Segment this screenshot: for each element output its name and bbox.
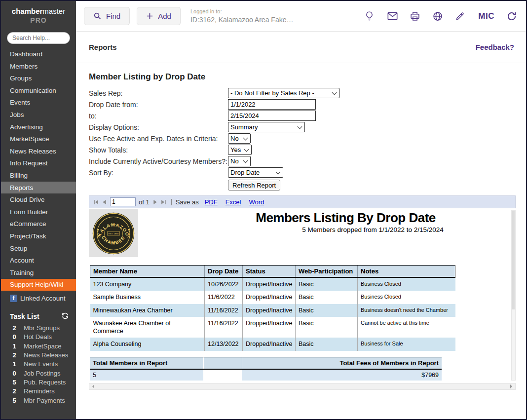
envelope-icon[interactable] — [387, 11, 398, 21]
task-item-mbr-signups[interactable]: 2Mbr Signups — [10, 324, 69, 333]
lightbulb-icon[interactable] — [365, 11, 375, 21]
totals-gap — [203, 369, 242, 381]
members-table-header-row: Member Name Drop Date Status Web-Partici… — [90, 266, 455, 278]
table-row: 123 Company 10/26/2022 Dropped/Inactive … — [90, 277, 455, 291]
sidebar-item-reports[interactable]: Reports — [1, 182, 76, 194]
sidebar-item-events[interactable]: Events — [1, 97, 76, 109]
feedback-link[interactable]: Feedback? — [476, 43, 514, 51]
task-list: Task List 2Mbr Signups 0Hot Deals 1Marke… — [1, 308, 76, 406]
show-totals-select[interactable]: Yes — [228, 145, 252, 155]
last-page-button[interactable] — [159, 198, 167, 206]
sidebar-item-jobs[interactable]: Jobs — [1, 109, 76, 121]
save-excel-link[interactable]: Excel — [226, 198, 241, 206]
sidebar-item-dashboard[interactable]: Dashboard — [1, 48, 76, 60]
first-page-button[interactable] — [92, 198, 100, 206]
globe-icon[interactable] — [433, 11, 443, 21]
sidebar-item-marketspace[interactable]: MarketSpace — [1, 133, 76, 145]
sidebar-item-form-builder[interactable]: Form Builder — [1, 206, 76, 218]
cell-drop-date: 10/26/2022 — [205, 277, 243, 291]
sidebar-item-support-help-wiki[interactable]: Support Help/Wiki — [1, 279, 76, 291]
include-active-select-control[interactable]: No — [228, 156, 251, 166]
fee-dates-select[interactable]: No — [228, 133, 251, 144]
display-options-select[interactable]: Summary — [228, 122, 305, 132]
refresh-icon[interactable] — [507, 11, 517, 21]
task-item-news-releases[interactable]: 2News Releases — [10, 351, 69, 360]
include-active-select[interactable]: No — [228, 156, 251, 166]
task-item-new-events[interactable]: 1New Events — [10, 360, 69, 369]
totals-value-row: 5 $7969 — [90, 369, 442, 381]
printer-icon[interactable] — [410, 11, 420, 21]
prev-page-button[interactable] — [100, 198, 108, 206]
drop-date-from-input[interactable] — [228, 99, 316, 110]
cell-status: Dropped/Inactive — [243, 277, 296, 291]
sidebar-item-billing[interactable]: Billing — [1, 169, 76, 182]
sidebar-item-news-releases[interactable]: News Releases — [1, 145, 76, 157]
drop-date-to-input[interactable] — [228, 111, 316, 121]
sort-by-select-control[interactable]: Drop Date — [228, 167, 283, 178]
next-page-button[interactable] — [151, 198, 159, 206]
sort-by-select[interactable]: Drop Date — [228, 167, 283, 178]
find-button[interactable]: Find — [84, 7, 130, 25]
scroll-left-arrow-icon[interactable] — [90, 384, 94, 388]
task-item-mbr-payments[interactable]: 5Mbr Payments — [10, 397, 69, 406]
task-list-refresh-icon[interactable] — [61, 312, 69, 321]
sidebar-item-linked-account[interactable]: f Linked Account — [1, 291, 76, 305]
cell-drop-date: 12/13/2022 — [205, 338, 243, 350]
refresh-report-button[interactable]: Refresh Report — [228, 180, 280, 191]
sidebar-item-training[interactable]: Training — [1, 267, 76, 279]
task-item-marketspace[interactable]: 1MarketSpace — [10, 343, 69, 351]
col-member-name: Member Name — [90, 266, 205, 278]
save-word-link[interactable]: Word — [249, 198, 264, 206]
sidebar-item-members[interactable]: Members — [1, 60, 76, 73]
search-help-input[interactable] — [7, 32, 70, 44]
task-item-reminders[interactable]: 2Reminders — [10, 387, 69, 396]
pencil-icon[interactable] — [455, 11, 466, 21]
sidebar-item-advertising[interactable]: Advertising — [1, 121, 76, 133]
total-members-label: Total Members in Report — [90, 357, 203, 369]
filter-label-show-totals: Show Totals: — [89, 146, 228, 154]
task-item-hot-deals[interactable]: 0Hot Deals — [10, 333, 69, 342]
sidebar-item-groups[interactable]: Groups — [1, 72, 76, 84]
sidebar-item-setup[interactable]: Setup — [1, 242, 76, 255]
cell-drop-date: 11/6/2022 — [205, 291, 243, 304]
col-notes: Notes — [358, 266, 455, 278]
sidebar-item-project-task[interactable]: Project/Task — [1, 230, 76, 242]
brand-name-bold: chamber — [12, 7, 43, 15]
report-title: Member Listing by Drop Date — [89, 72, 516, 82]
app-window: chambermaster PRO Dashboard Members Grou… — [0, 0, 527, 420]
task-label: New Events — [24, 360, 58, 368]
sidebar-item-cloud-drive[interactable]: Cloud Drive — [1, 193, 76, 206]
sales-rep-select[interactable]: - Do Not Filter by Sales Rep - — [228, 88, 339, 98]
filter-label-drop-date-to: to: — [89, 112, 228, 120]
report-vertical-scrollbar[interactable] — [511, 210, 516, 381]
task-item-pub-requests[interactable]: 5Pub. Requests — [10, 379, 69, 387]
mic-menu[interactable]: MIC — [478, 11, 494, 21]
report-viewer: KALAMAZOO CHAMBER EST. 1890 Members List… — [89, 209, 516, 381]
logged-in-info: Logged in to: ID:3162, Kalamazoo Area Fa… — [190, 8, 294, 24]
filter-label-sort-by: Sort By: — [89, 169, 228, 177]
sidebar-item-info-request[interactable]: Info Request — [1, 157, 76, 170]
report-horizontal-scrollbar[interactable] — [89, 383, 516, 390]
filter-label-display-options: Display Options: — [89, 123, 228, 131]
task-label: Pub. Requests — [24, 379, 66, 386]
fee-dates-select-control[interactable]: No — [228, 133, 251, 144]
save-pdf-link[interactable]: PDF — [205, 198, 218, 206]
table-row: Minnewaukan Area Chamber 11/16/2022 Drop… — [90, 304, 455, 317]
sidebar-item-account[interactable]: Account — [1, 254, 76, 267]
task-label: News Releases — [24, 351, 68, 359]
page-number-input[interactable] — [110, 197, 136, 206]
top-bar: Find Add Logged in to: ID:3162, Kalamazo… — [76, 1, 526, 32]
totals-spacer — [203, 357, 242, 369]
task-item-job-postings[interactable]: 0Job Postings — [10, 370, 69, 379]
sales-rep-select-control[interactable]: - Do Not Filter by Sales Rep - — [228, 88, 339, 98]
show-totals-select-control[interactable]: Yes — [228, 145, 252, 155]
display-options-select-control[interactable]: Summary — [228, 122, 305, 132]
scrollbar-thumb[interactable] — [512, 211, 515, 309]
report-subheading: 5 Members dropped from 1/1/2022 to 2/15/… — [183, 226, 509, 233]
sidebar-item-communication[interactable]: Communication — [1, 84, 76, 97]
add-button[interactable]: Add — [137, 7, 181, 25]
task-count: 5 — [10, 397, 19, 404]
sidebar-item-ecommerce[interactable]: eCommerce — [1, 218, 76, 230]
scroll-right-arrow-icon[interactable] — [510, 384, 514, 388]
page-header: Reports Feedback? — [76, 32, 526, 63]
